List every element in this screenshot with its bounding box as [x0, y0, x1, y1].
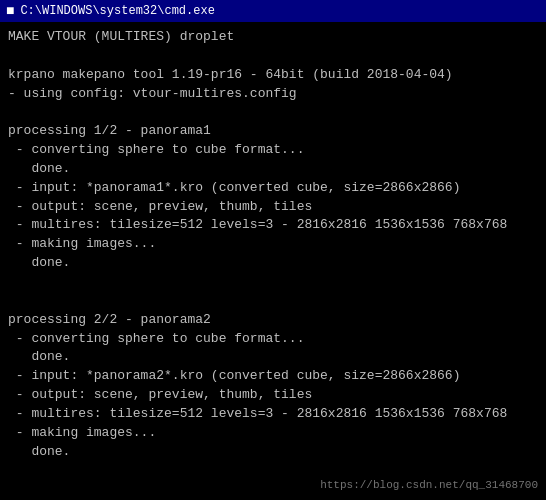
terminal-line: - making images... — [8, 424, 538, 443]
terminal-line: - converting sphere to cube format... — [8, 141, 538, 160]
title-bar-title: C:\WINDOWS\system32\cmd.exe — [20, 4, 214, 18]
terminal-line: krpano makepano tool 1.19-pr16 - 64bit (… — [8, 66, 538, 85]
terminal-line: - input: *panorama1*.kro (converted cube… — [8, 179, 538, 198]
terminal-line: processing 2/2 - panorama2 — [8, 311, 538, 330]
terminal-line: - multires: tilesize=512 levels=3 - 2816… — [8, 216, 538, 235]
terminal-line: - multires: tilesize=512 levels=3 - 2816… — [8, 405, 538, 424]
terminal-line: - using config: vtour-multires.config — [8, 85, 538, 104]
terminal-output: MAKE VTOUR (MULTIRES) droplet krpano mak… — [8, 28, 538, 500]
terminal-line — [8, 47, 538, 66]
terminal-line — [8, 103, 538, 122]
terminal-line: processing 1/2 - panorama1 — [8, 122, 538, 141]
terminal-line — [8, 273, 538, 292]
terminal-line: - output: scene, preview, thumb, tiles — [8, 198, 538, 217]
terminal-line: done. — [8, 348, 538, 367]
title-bar: ■ C:\WINDOWS\system32\cmd.exe — [0, 0, 546, 22]
terminal-line: MAKE VTOUR (MULTIRES) droplet — [8, 28, 538, 47]
terminal-line: - converting sphere to cube format... — [8, 330, 538, 349]
terminal-line: done. — [8, 160, 538, 179]
terminal-body: MAKE VTOUR (MULTIRES) droplet krpano mak… — [0, 22, 546, 500]
terminal-line — [8, 292, 538, 311]
terminal-line: - making images... — [8, 235, 538, 254]
terminal-line: - output: scene, preview, thumb, tiles — [8, 386, 538, 405]
terminal-line: - input: *panorama2*.kro (converted cube… — [8, 367, 538, 386]
title-bar-icon: ■ — [6, 3, 14, 19]
terminal-line: done. — [8, 254, 538, 273]
watermark: https://blog.csdn.net/qq_31468700 — [320, 478, 538, 494]
terminal-line: done. — [8, 443, 538, 462]
